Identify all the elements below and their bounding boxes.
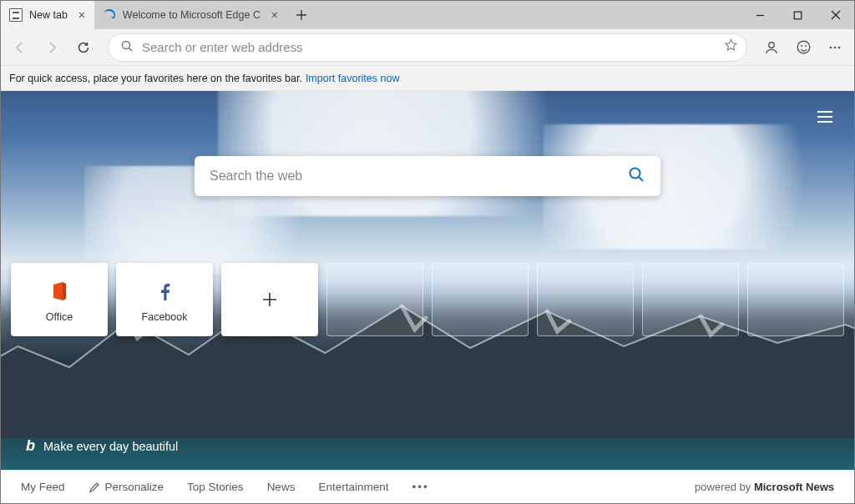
svg-point-2	[769, 42, 774, 47]
svg-point-9	[630, 168, 640, 178]
address-input[interactable]	[142, 40, 724, 54]
tab-new-tab[interactable]: New tab ×	[1, 1, 94, 29]
favorite-star-icon[interactable]	[724, 38, 738, 56]
import-favorites-link[interactable]: Import favorites now	[306, 73, 400, 84]
nav-news[interactable]: News	[267, 481, 296, 493]
back-button[interactable]	[6, 33, 34, 62]
tab-close-icon[interactable]: ×	[76, 8, 88, 22]
profile-button[interactable]	[757, 33, 786, 62]
browser-window: { "tabs": [ { "title": "New tab", "activ…	[0, 0, 855, 504]
page-settings-button[interactable]	[816, 109, 834, 128]
svg-point-4	[801, 45, 802, 47]
nav-entertainment[interactable]: Entertainment	[318, 481, 388, 493]
edge-favicon	[103, 8, 116, 22]
facebook-icon	[155, 276, 174, 306]
favorites-bar-prompt: For quick access, place your favorites h…	[9, 73, 302, 84]
svg-point-5	[805, 45, 807, 47]
search-icon	[120, 39, 134, 56]
tile-placeholder	[747, 263, 844, 336]
nav-top-stories[interactable]: Top Stories	[187, 481, 244, 493]
web-search-input[interactable]	[210, 169, 627, 184]
tile-placeholder	[326, 263, 423, 336]
window-minimize-button[interactable]	[741, 1, 779, 29]
svg-point-1	[122, 41, 129, 48]
nav-more[interactable]: •••	[412, 481, 428, 493]
tile-placeholder	[537, 263, 634, 336]
refresh-button[interactable]	[69, 33, 98, 62]
window-maximize-button[interactable]	[779, 1, 817, 29]
settings-menu-button[interactable]	[821, 33, 849, 62]
forward-button[interactable]	[38, 33, 66, 62]
bing-tagline-text: Make every day beautiful	[43, 440, 178, 453]
tab-title: New tab	[29, 9, 68, 21]
svg-point-6	[830, 46, 832, 48]
web-search-box[interactable]	[195, 156, 660, 196]
favorites-bar: For quick access, place your favorites h…	[1, 66, 854, 91]
news-credit: powered by Microsoft News	[695, 481, 834, 493]
svg-point-8	[838, 46, 841, 48]
bing-tagline[interactable]: b Make every day beautiful	[26, 437, 178, 455]
nav-my-feed[interactable]: My Feed	[21, 481, 65, 493]
pencil-icon	[89, 481, 100, 493]
feedback-button[interactable]	[789, 33, 817, 62]
plus-icon	[261, 285, 278, 315]
tile-placeholder	[642, 263, 739, 336]
new-tab-favicon	[9, 8, 23, 22]
tile-facebook[interactable]: Facebook	[116, 263, 213, 336]
svg-rect-0	[794, 12, 802, 19]
new-tab-page: Office Facebook b Make every day	[1, 91, 854, 470]
titlebar-drag-region	[316, 1, 741, 29]
news-nav: My Feed Personalize Top Stories News Ent…	[1, 470, 854, 503]
tile-add[interactable]	[221, 263, 318, 336]
nav-personalize[interactable]: Personalize	[89, 481, 164, 493]
tile-label: Facebook	[142, 311, 188, 323]
svg-point-7	[834, 46, 837, 48]
tile-placeholder	[432, 263, 529, 336]
office-icon	[48, 276, 70, 306]
tile-office[interactable]: Office	[11, 263, 108, 336]
tab-close-icon[interactable]: ×	[269, 8, 281, 22]
new-tab-button[interactable]	[287, 1, 316, 29]
tile-label: Office	[46, 311, 73, 323]
titlebar: New tab × Welcome to Microsoft Edge Can …	[1, 1, 854, 29]
window-controls	[741, 1, 854, 29]
tab-title: Welcome to Microsoft Edge Can	[123, 9, 261, 21]
window-close-button[interactable]	[817, 1, 854, 29]
search-icon[interactable]	[627, 165, 645, 188]
tab-welcome-edge[interactable]: Welcome to Microsoft Edge Can ×	[94, 1, 287, 29]
toolbar	[1, 29, 854, 66]
quick-links-row: Office Facebook	[11, 263, 844, 336]
bing-icon: b	[26, 437, 35, 455]
address-bar[interactable]	[108, 33, 747, 62]
